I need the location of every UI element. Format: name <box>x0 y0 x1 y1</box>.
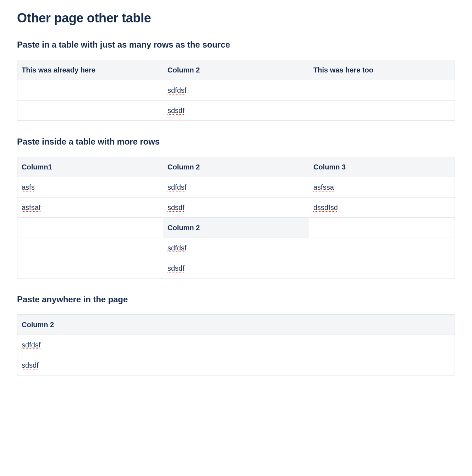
table-1: This was already here Column 2 This was … <box>17 60 455 121</box>
table-cell[interactable]: sdfdsf <box>163 177 309 198</box>
table-row: Column 2 <box>17 218 455 238</box>
table-header-row: Column1 Column 2 Column 3 <box>17 157 455 177</box>
table-cell[interactable]: asfssa <box>309 177 455 198</box>
table-header-row: Column 2 <box>17 315 455 335</box>
table-header-row: This was already here Column 2 This was … <box>17 60 455 80</box>
table-cell[interactable] <box>17 258 163 278</box>
table-header-cell[interactable]: Column 3 <box>309 157 455 177</box>
table-cell[interactable] <box>17 80 163 101</box>
table-row: asfsaf sdsdf dssdfsd <box>17 198 455 218</box>
table-row: sdfdsf <box>17 335 455 355</box>
table-cell[interactable] <box>17 218 163 238</box>
table-cell[interactable]: sdsdf <box>163 198 309 218</box>
table-2: Column1 Column 2 Column 3 asfs sdfdsf as… <box>17 157 455 278</box>
section-heading-1: Paste in a table with just as many rows … <box>17 40 455 50</box>
table-cell[interactable] <box>17 238 163 258</box>
table-row: sdfdsf <box>17 80 455 101</box>
table-cell[interactable]: sdsdf <box>17 355 455 375</box>
table-header-cell[interactable]: Column 2 <box>163 157 309 177</box>
table-header-cell[interactable]: Column 2 <box>163 60 309 80</box>
table-row: sdsdf <box>17 101 455 121</box>
table-cell[interactable]: asfs <box>17 177 163 198</box>
table-cell[interactable] <box>309 238 455 258</box>
table-cell[interactable]: sdfdsf <box>163 238 309 258</box>
table-cell[interactable]: dssdfsd <box>309 198 455 218</box>
table-cell[interactable]: sdsdf <box>163 101 309 121</box>
table-cell[interactable] <box>309 101 455 121</box>
section-heading-3: Paste anywhere in the page <box>17 294 455 304</box>
table-cell[interactable]: sdsdf <box>163 258 309 278</box>
table-3: Column 2 sdfdsf sdsdf <box>17 314 455 375</box>
page-title: Other page other table <box>17 11 455 26</box>
table-cell[interactable] <box>309 218 455 238</box>
table-header-cell[interactable]: Column 2 <box>163 218 309 238</box>
table-cell[interactable]: asfsaf <box>17 198 163 218</box>
table-cell[interactable] <box>309 258 455 278</box>
table-cell[interactable] <box>309 80 455 101</box>
table-row: sdfdsf <box>17 238 455 258</box>
table-header-cell[interactable]: Column1 <box>17 157 163 177</box>
table-header-cell[interactable]: This was already here <box>17 60 163 80</box>
table-row: sdsdf <box>17 258 455 278</box>
table-cell[interactable] <box>17 101 163 121</box>
table-cell[interactable]: sdfdsf <box>17 335 455 355</box>
table-row: sdsdf <box>17 355 455 375</box>
section-heading-2: Paste inside a table with more rows <box>17 137 455 147</box>
table-cell[interactable]: sdfdsf <box>163 80 309 101</box>
table-header-cell[interactable]: Column 2 <box>17 315 455 335</box>
table-row: asfs sdfdsf asfssa <box>17 177 455 198</box>
table-header-cell[interactable]: This was here too <box>309 60 455 80</box>
